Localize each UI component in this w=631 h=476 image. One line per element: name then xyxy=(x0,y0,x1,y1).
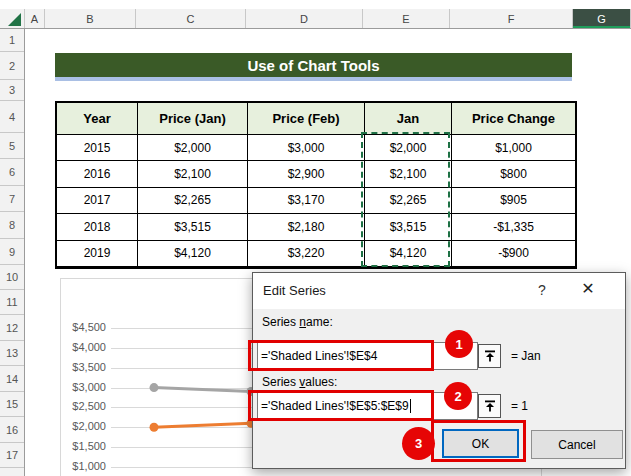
table-cell[interactable]: 2016 xyxy=(57,161,138,187)
series-name-collapse-button[interactable] xyxy=(478,344,501,368)
table-cell[interactable]: $4,120 xyxy=(365,241,452,267)
series-name-label: Series name: xyxy=(262,315,333,329)
table-cell[interactable]: 2017 xyxy=(57,188,138,214)
help-icon[interactable]: ? xyxy=(532,282,552,298)
row-header-8[interactable]: 8 xyxy=(0,212,24,239)
row-header-14[interactable]: 14 xyxy=(0,366,24,392)
table-cell[interactable]: -$1,335 xyxy=(452,214,575,240)
column-header-F[interactable]: F xyxy=(450,9,573,28)
column-header-D[interactable]: D xyxy=(246,9,363,28)
table-cell[interactable]: $3,170 xyxy=(248,188,365,214)
table-cell[interactable]: 2019 xyxy=(57,241,138,267)
row-header-13[interactable]: 13 xyxy=(0,341,24,366)
row-header-5[interactable]: 5 xyxy=(0,133,24,159)
column-header-A[interactable]: A xyxy=(25,9,45,28)
row-header-9[interactable]: 9 xyxy=(0,239,24,265)
row-header-7[interactable]: 7 xyxy=(0,186,24,212)
column-header-G[interactable]: G xyxy=(573,9,631,28)
row-header-17[interactable]: 17 xyxy=(0,443,24,468)
table-header-cell[interactable]: Price (Feb) xyxy=(248,103,365,135)
select-all-corner[interactable] xyxy=(0,9,25,28)
column-header-E[interactable]: E xyxy=(363,9,450,28)
price-table: YearPrice (Jan)Price (Feb)JanPrice Chang… xyxy=(55,101,577,269)
table-cell[interactable]: $800 xyxy=(452,161,575,187)
table-cell[interactable]: 2018 xyxy=(57,214,138,240)
series-name-value: ='Shaded Lines'!$E$4 xyxy=(261,349,377,363)
column-header-strip: ABCDEFG xyxy=(0,9,631,29)
row-header-strip: 1234567891011121314151617 xyxy=(0,29,25,476)
row-header-16[interactable]: 16 xyxy=(0,417,24,443)
table-cell[interactable]: $2,100 xyxy=(365,161,452,187)
row-header-1[interactable]: 1 xyxy=(0,29,24,52)
column-header-C[interactable]: C xyxy=(136,9,246,28)
close-icon[interactable]: ✕ xyxy=(575,279,601,298)
dialog-title: Edit Series xyxy=(263,283,326,298)
table-cell[interactable]: -$900 xyxy=(452,241,575,267)
row-header-3[interactable]: 3 xyxy=(0,80,24,101)
row-header-2[interactable]: 2 xyxy=(0,52,24,80)
column-header-B[interactable]: B xyxy=(45,9,136,28)
series-values-result: = 1 xyxy=(511,399,528,413)
row-header-4[interactable]: 4 xyxy=(0,101,24,133)
series-line xyxy=(154,423,251,427)
table-cell[interactable]: $3,515 xyxy=(138,214,248,240)
row-header-6[interactable]: 6 xyxy=(0,159,24,186)
row-header-15[interactable]: 15 xyxy=(0,392,24,417)
table-cell[interactable]: $905 xyxy=(452,188,575,214)
series-name-input[interactable]: ='Shaded Lines'!$E$4 xyxy=(257,342,478,370)
table-header-cell[interactable]: Year xyxy=(57,103,138,135)
page-title: Use of Chart Tools xyxy=(247,57,379,74)
collapse-dialog-icon xyxy=(484,350,496,362)
table-header-cell[interactable]: Price (Jan) xyxy=(138,103,248,135)
row-header-10[interactable]: 10 xyxy=(0,265,24,290)
table-cell[interactable]: $1,000 xyxy=(452,135,575,161)
cancel-button[interactable]: Cancel xyxy=(531,430,623,459)
edit-series-dialog: Edit Series ? ✕ Series name: ='Shaded Li… xyxy=(252,272,626,469)
table-cell[interactable]: $2,265 xyxy=(138,188,248,214)
table-cell[interactable]: 2015 xyxy=(57,135,138,161)
text-cursor xyxy=(410,399,411,413)
series-values-label: Series values: xyxy=(262,375,337,389)
table-header-cell[interactable]: Jan xyxy=(365,103,452,135)
series-line xyxy=(154,388,251,392)
row-header-12[interactable]: 12 xyxy=(0,315,24,341)
table-cell[interactable]: $2,100 xyxy=(138,161,248,187)
table-cell[interactable]: $2,180 xyxy=(248,214,365,240)
table-cell[interactable]: $3,515 xyxy=(365,214,452,240)
data-point-marker xyxy=(150,423,159,432)
table-cell[interactable]: $2,000 xyxy=(138,135,248,161)
banner-underline xyxy=(55,77,572,81)
ok-button[interactable]: OK xyxy=(442,429,519,458)
select-all-triangle-icon xyxy=(8,13,21,26)
data-point-marker xyxy=(150,383,159,392)
title-banner: Use of Chart Tools xyxy=(55,53,572,77)
series-values-value: ='Shaded Lines'!$E$5:$E$9 xyxy=(261,399,409,413)
table-cell[interactable]: $2,900 xyxy=(248,161,365,187)
collapse-dialog-icon xyxy=(484,400,496,412)
table-header-cell[interactable]: Price Change xyxy=(452,103,575,135)
table-cell[interactable]: $3,220 xyxy=(248,241,365,267)
table-cell[interactable]: $2,265 xyxy=(365,188,452,214)
table-cell[interactable]: $4,120 xyxy=(138,241,248,267)
series-values-input[interactable]: ='Shaded Lines'!$E$5:$E$9 xyxy=(257,392,478,420)
table-cell[interactable]: $2,000 xyxy=(365,135,452,161)
series-values-collapse-button[interactable] xyxy=(478,394,501,418)
table-cell[interactable]: $3,000 xyxy=(248,135,365,161)
row-header-11[interactable]: 11 xyxy=(0,290,24,315)
excel-window: ABCDEFG 1234567891011121314151617 Use of… xyxy=(0,0,631,476)
series-name-result: = Jan xyxy=(511,349,541,363)
